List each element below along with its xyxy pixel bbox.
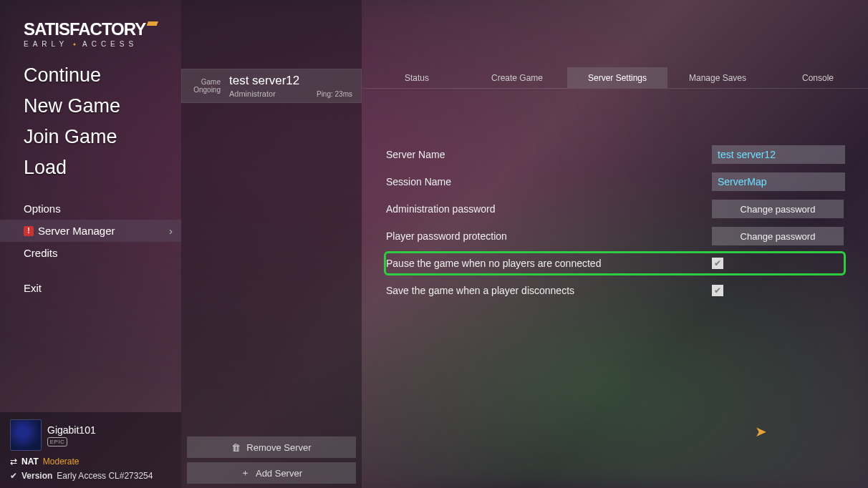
svg-text:ACCESS: ACCESS [82,40,138,48]
avatar [10,419,42,451]
tab-console[interactable]: Console [768,67,868,88]
server-entry[interactable]: Game Ongoing test server12 Administrator… [181,69,362,103]
server-name: test server12 [229,74,299,88]
label-session-name: Session Name [386,176,712,187]
menu-options[interactable]: Options [0,197,181,220]
checkbox-pause-no-players[interactable]: ✔ [712,258,723,269]
menu-continue[interactable]: Continue [0,60,181,91]
secondary-menu: Options !Server Manager › Credits Exit [0,197,181,299]
content-panel: Status Create Game Server Settings Manag… [362,0,868,488]
server-status: Game Ongoing [191,78,221,94]
network-icon: ⇄ [10,457,17,467]
add-server-label: Add Server [256,468,302,479]
tab-manage-saves[interactable]: Manage Saves [667,67,768,88]
svg-rect-0 [147,21,158,26]
label-save-on-disconnect: Save the game when a player disconnects [386,285,712,296]
tab-bar: Status Create Game Server Settings Manag… [362,67,868,89]
label-pause-no-players: Pause the game when no players are conne… [386,258,712,269]
tab-create-game[interactable]: Create Game [467,67,567,88]
remove-server-label: Remove Server [246,442,311,453]
checkmark-icon: ✔ [10,471,17,481]
chevron-right-icon: › [169,225,173,237]
menu-load[interactable]: Load [0,152,181,183]
version-value: Early Access CL#273254 [57,471,153,481]
row-session-name: Session Name [386,172,844,192]
platform-badge: EPIC [47,437,67,446]
plus-icon: ＋ [241,467,250,479]
input-session-name[interactable] [712,172,845,191]
svg-text:EARLY: EARLY [24,40,68,48]
tab-status[interactable]: Status [367,67,467,88]
version-row: ✔ Version Early Access CL#273254 [0,469,181,488]
add-server-button[interactable]: ＋ Add Server [187,462,356,484]
trash-icon: 🗑 [231,442,241,453]
svg-point-2 [74,44,76,46]
game-logo: SATISFACTORY EARLY ACCESS [0,0,181,60]
menu-server-manager[interactable]: !Server Manager › [0,220,181,242]
primary-menu: Continue New Game Join Game Load [0,60,181,183]
button-change-admin-password[interactable]: Change password [712,200,844,218]
version-label: Version [21,471,52,481]
server-ping: Ping: 23ms [317,90,352,98]
menu-join-game[interactable]: Join Game [0,122,181,152]
remove-server-button[interactable]: 🗑 Remove Server [187,436,356,458]
row-player-password: Player password protection Change passwo… [386,226,844,246]
nat-label: NAT [21,457,39,467]
server-settings-form: Server Name Session Name Administration … [362,89,868,301]
warning-icon: ! [24,226,34,236]
logo-title-text: SATISFACTORY [24,19,146,39]
menu-exit[interactable]: Exit [0,277,181,299]
menu-credits[interactable]: Credits [0,242,181,264]
nat-status: ⇄ NAT Moderate [0,454,181,469]
menu-server-manager-label: Server Manager [38,225,115,237]
checkbox-save-on-disconnect[interactable]: ✔ [712,285,723,296]
label-admin-password: Administration password [386,203,712,215]
tab-server-settings[interactable]: Server Settings [567,67,667,88]
label-server-name: Server Name [386,149,712,160]
label-player-password: Player password protection [386,230,712,242]
main-sidebar: SATISFACTORY EARLY ACCESS Continue New G… [0,0,181,488]
row-admin-password: Administration password Change password [386,199,844,219]
server-list-panel: Game Ongoing test server12 Administrator… [181,0,362,488]
menu-new-game[interactable]: New Game [0,91,181,122]
nat-value: Moderate [43,457,79,467]
player-card: Gigabit101 EPIC [0,412,181,454]
player-name: Gigabit101 [47,424,96,436]
server-role: Administrator [229,89,299,98]
row-pause-no-players: Pause the game when no players are conne… [386,253,844,273]
button-change-player-password[interactable]: Change password [712,227,844,245]
row-save-on-disconnect: Save the game when a player disconnects … [386,280,844,301]
row-server-name: Server Name [386,145,844,165]
input-server-name[interactable] [712,145,845,164]
